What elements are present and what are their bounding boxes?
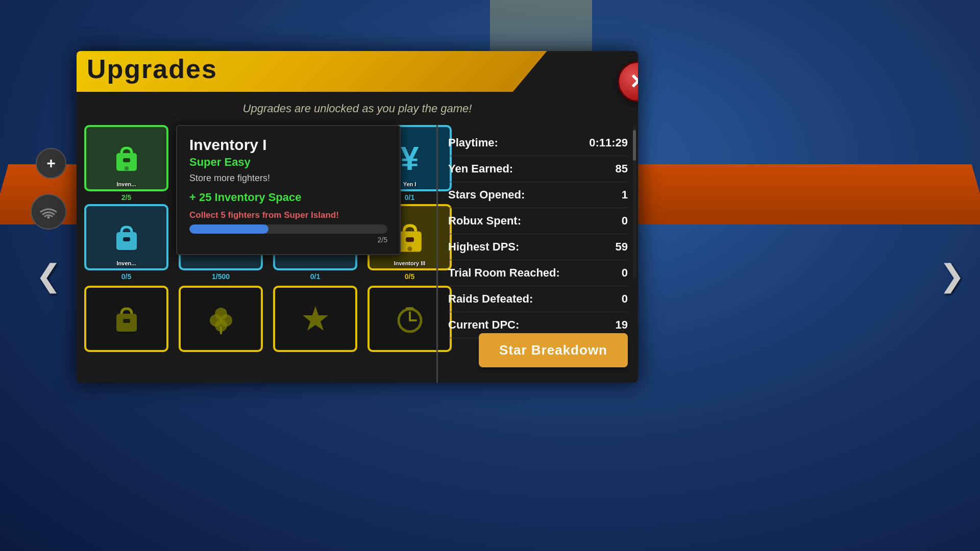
wifi-icon	[38, 204, 59, 219]
stat-label-yen: Yen Earned:	[448, 162, 513, 176]
stat-label-stars: Stars Opened:	[448, 188, 525, 202]
nav-left-arrow[interactable]: ❮	[36, 258, 61, 293]
stat-value-robux: 0	[622, 214, 628, 228]
page-title: Upgrades	[87, 54, 217, 84]
stat-playtime: Playtime: 0:11:29	[448, 130, 628, 156]
upgrade-cell-bag-dark	[82, 286, 171, 352]
upgrade-progress-inv-2: 0/5	[121, 272, 131, 281]
stat-label-trial: Trial Room Reached:	[448, 266, 560, 280]
svg-rect-22	[123, 319, 130, 323]
svg-point-0	[47, 216, 50, 219]
yen-symbol: ¥	[400, 142, 419, 175]
upgrade-icon-bag-dark[interactable]	[84, 286, 168, 352]
main-panel: Upgrades ✕ Upgrades are unlocked as you …	[77, 51, 638, 383]
stat-label-dpc: Current DPC:	[448, 318, 519, 332]
tooltip-progress-bar-bg	[189, 224, 387, 234]
plus-button[interactable]: +	[36, 148, 66, 179]
upgrade-row-3	[82, 286, 490, 352]
bag-icon-1	[109, 140, 144, 176]
svg-rect-2	[123, 158, 130, 162]
stat-label-raids: Raids Defeated:	[448, 292, 533, 306]
timer-icon-dark	[392, 301, 428, 337]
subtitle: Upgrades are unlocked as you play the ga…	[77, 102, 638, 115]
tooltip-progress-bar-fill	[189, 224, 268, 234]
upgrade-progress-item-1: 0/1	[310, 272, 320, 281]
tooltip-bonus: + 25 Inventory Space	[189, 191, 387, 204]
upgrade-progress-inv-3: 0/5	[405, 272, 414, 281]
wifi-button[interactable]	[31, 194, 66, 230]
stat-highest-dps: Highest DPS: 59	[448, 234, 628, 260]
stat-value-playtime: 0:11:29	[589, 136, 628, 149]
bag-icon-2	[109, 219, 144, 255]
upgrade-icon-star-dark[interactable]	[273, 286, 357, 352]
upgrade-label-2: Inven...	[117, 260, 136, 266]
svg-point-3	[125, 166, 129, 170]
tooltip-progress-text: 2/5	[189, 236, 387, 244]
star-breakdown-button[interactable]: Star Breakdown	[479, 333, 628, 367]
upgrade-label-1: Inven...	[117, 181, 136, 187]
title-bar: Upgrades	[77, 51, 551, 92]
stat-robux-spent: Robux Spent: 0	[448, 208, 628, 234]
tooltip-requirement: Collect 5 fighters from Super Island!	[189, 210, 387, 220]
upgrade-cell-star-dark	[271, 286, 360, 352]
svg-rect-19	[406, 237, 414, 242]
svg-rect-11	[123, 237, 130, 241]
star-icon-dark	[298, 301, 333, 337]
stat-stars-opened: Stars Opened: 1	[448, 182, 628, 208]
upgrade-label-inv3: Inventory III	[394, 260, 426, 266]
upgrade-icon-inventory-2[interactable]: Inven...	[84, 204, 168, 270]
stat-value-dps: 59	[616, 240, 628, 254]
upgrade-cell-inventory-1: Inven... 2/5	[82, 125, 171, 202]
tooltip-difficulty: Super Easy	[189, 156, 387, 169]
close-icon: ✕	[629, 71, 638, 92]
stat-label-dps: Highest DPS:	[448, 240, 519, 254]
upgrade-progress-yen-1: 0/1	[405, 193, 414, 202]
nav-right-arrow[interactable]: ❯	[939, 258, 965, 293]
tooltip-box: Inventory I Super Easy Store more fighte…	[176, 125, 401, 255]
upgrade-cell-clover-dark	[176, 286, 265, 352]
stat-value-raids: 0	[622, 292, 628, 306]
close-button[interactable]: ✕	[618, 61, 638, 102]
svg-marker-28	[303, 306, 328, 331]
upgrade-cell-inventory-2: Inven... 0/5	[82, 204, 171, 281]
upgrade-progress-clover-2: 1/500	[212, 272, 230, 281]
stat-raids-defeated: Raids Defeated: 0	[448, 286, 628, 312]
stat-value-dpc: 19	[616, 318, 628, 332]
stats-scrollbar[interactable]	[633, 125, 636, 278]
tooltip-title: Inventory I	[189, 136, 387, 154]
stat-trial-room: Trial Room Reached: 0	[448, 260, 628, 286]
stat-value-stars: 1	[622, 188, 628, 202]
bag-icon-dark	[109, 301, 144, 337]
stat-value-trial: 0	[622, 266, 628, 280]
plus-icon: +	[46, 155, 56, 172]
upgrade-progress-1: 2/5	[121, 193, 131, 202]
svg-point-20	[407, 246, 412, 251]
stat-label-playtime: Playtime:	[448, 136, 498, 149]
svg-rect-32	[406, 307, 414, 310]
stat-yen-earned: Yen Earned: 85	[448, 156, 628, 182]
stat-value-yen: 85	[616, 162, 628, 176]
tooltip-description: Store more fighters!	[189, 173, 387, 184]
upgrade-icon-clover-dark[interactable]	[179, 286, 263, 352]
stats-scroll-thumb[interactable]	[633, 130, 636, 161]
upgrade-icon-inventory-1[interactable]: Inven...	[84, 125, 168, 191]
upgrade-label-yen: Yen I	[403, 181, 416, 187]
stat-label-robux: Robux Spent:	[448, 214, 521, 228]
clover-icon-dark	[203, 301, 239, 337]
